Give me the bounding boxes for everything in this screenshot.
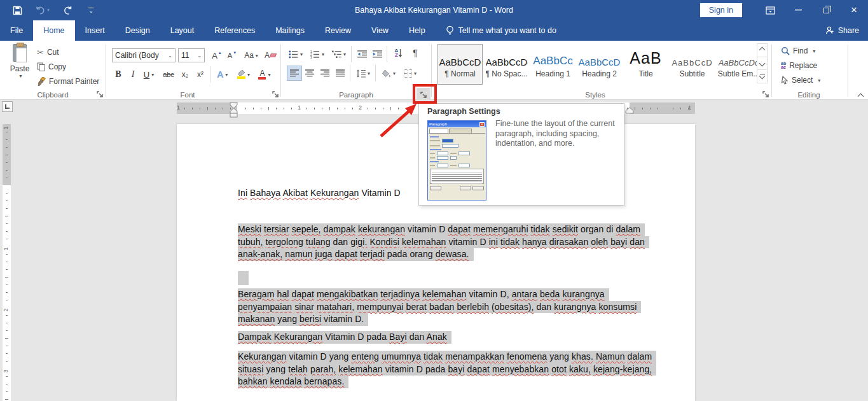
tab-mailings[interactable]: Mailings — [265, 20, 315, 41]
tab-design[interactable]: Design — [115, 20, 160, 41]
editing-group-label: Editing — [771, 91, 847, 99]
paragraph-group-label: Paragraph — [318, 91, 394, 99]
font-color-button[interactable]: A ▾ — [256, 67, 273, 81]
style-preview: AaBbCcDc — [719, 51, 759, 67]
tab-stop-selector[interactable] — [2, 101, 13, 112]
ruler-number: 1 — [688, 104, 691, 111]
style-title[interactable]: AaBTitle — [623, 44, 668, 85]
format-painter-brush-icon — [37, 77, 46, 86]
style-h1[interactable]: AaBbCcHeading 1 — [530, 44, 575, 85]
paste-clipboard-icon — [13, 44, 27, 62]
clipboard-dialog-launcher[interactable] — [95, 90, 104, 99]
font-size-combo[interactable]: 11⌄ — [178, 48, 205, 62]
sign-in-button[interactable]: Sign in — [700, 3, 742, 17]
multilevel-list-button[interactable]: ▾ — [329, 47, 348, 61]
ribbon-display-options-icon[interactable] — [756, 0, 784, 20]
tell-me-box[interactable]: Tell me what you want to do — [436, 20, 556, 41]
paragraph-dialog-thumbnail: Paragraph× — [427, 120, 486, 200]
tab-help[interactable]: Help — [399, 20, 436, 41]
ruler-number: 3 — [3, 369, 9, 372]
styles-scroll-down-icon[interactable] — [757, 57, 768, 71]
cut-button[interactable]: ✂ Cut — [37, 46, 59, 59]
tab-view[interactable]: View — [361, 20, 399, 41]
justify-button[interactable] — [333, 66, 347, 80]
styles-more-icon[interactable] — [757, 69, 768, 83]
bullets-icon — [289, 50, 298, 59]
vertical-ruler[interactable]: 1123 — [3, 124, 11, 401]
format-painter-button[interactable]: Format Painter — [37, 75, 99, 88]
doc-paragraph-3[interactable]: Kekurangan vitamin D yang enteng umumnya… — [238, 351, 656, 388]
tab-review[interactable]: Review — [315, 20, 361, 41]
subscript-button[interactable]: x₂ — [178, 67, 192, 81]
replace-button[interactable]: abac Replace — [781, 59, 817, 72]
tab-file[interactable]: File — [0, 20, 33, 41]
doc-paragraph-1[interactable]: Meski tersiar sepele, dampak kekurangan … — [238, 223, 649, 261]
tab-insert[interactable]: Insert — [75, 20, 115, 41]
superscript-button[interactable]: x² — [193, 67, 207, 81]
undo-icon[interactable]: ▾ — [32, 3, 53, 18]
doc-paragraph-2[interactable]: Beragam hal dapat mengakibatkan terjadin… — [238, 288, 641, 326]
font-name-combo[interactable]: Calibri (Body⌄ — [112, 48, 176, 62]
bold-button[interactable]: B — [112, 67, 125, 81]
font-color-red-bar — [258, 77, 266, 80]
copy-button[interactable]: Copy — [37, 60, 66, 73]
style-normal[interactable]: AaBbCcDc¶ Normal — [437, 44, 483, 85]
eraser-icon — [270, 53, 277, 57]
align-center-button[interactable] — [303, 66, 317, 80]
shading-button[interactable]: ▾ — [379, 66, 398, 80]
style-nospace[interactable]: AaBbCcDc¶ No Spac... — [484, 44, 529, 85]
paste-button[interactable]: Paste ▾ — [6, 44, 33, 91]
line-spacing-button[interactable]: ▾ — [354, 66, 373, 80]
borders-button[interactable]: ▾ — [401, 66, 420, 80]
close-icon[interactable]: × — [840, 0, 868, 20]
customize-qat-icon[interactable]: ⌄ — [83, 3, 99, 18]
doc-title[interactable]: Ini Bahaya Akibat Kekurangan Vitamin D — [238, 187, 401, 200]
right-indent-marker[interactable] — [625, 107, 634, 114]
text-highlight-button[interactable]: ▾ — [234, 67, 253, 81]
style-h2[interactable]: AaBbCcDHeading 2 — [577, 44, 622, 85]
decrease-indent-button[interactable] — [355, 47, 369, 61]
italic-button[interactable]: I — [127, 67, 139, 81]
clear-formatting-button[interactable]: A — [263, 48, 277, 62]
title-bar: ▾ ⌄ Bahaya Akibat Kekurangan Vitamin D -… — [0, 0, 868, 20]
align-right-button[interactable] — [318, 66, 332, 80]
svg-text:3: 3 — [310, 56, 312, 59]
align-left-button[interactable] — [287, 66, 301, 80]
style-preview: AaBbCcDc — [486, 51, 528, 67]
show-paragraph-marks-button[interactable]: ¶ — [408, 46, 422, 60]
style-name: Subtitle — [679, 69, 705, 78]
increase-indent-button[interactable] — [370, 47, 384, 61]
grow-font-button[interactable]: A▲ — [210, 48, 224, 62]
style-name: Title — [638, 69, 652, 78]
find-button[interactable]: Find▾ — [781, 45, 815, 57]
text-effects-button[interactable]: A▾ — [214, 67, 231, 81]
doc-empty-line[interactable] — [238, 271, 249, 285]
indent-markers[interactable] — [230, 102, 241, 118]
tab-references[interactable]: References — [204, 20, 265, 41]
select-button[interactable]: Select▾ — [781, 74, 820, 87]
underline-button[interactable]: U▾ — [140, 67, 158, 81]
numbering-button[interactable]: 123 ▾ — [308, 47, 327, 61]
sort-button[interactable]: A Z — [390, 46, 407, 60]
doc-heading[interactable]: Dampak Kekurangan Vitamin D pada Bayi da… — [238, 331, 451, 344]
styles-dialog-launcher[interactable] — [761, 90, 770, 99]
tab-home[interactable]: Home — [33, 20, 74, 41]
change-case-button[interactable]: Aa▾ — [242, 48, 261, 62]
save-icon[interactable] — [9, 3, 25, 18]
style-subtle[interactable]: AaBbCcDcSubtle Em... — [716, 44, 761, 85]
strikethrough-button[interactable]: abc — [160, 67, 177, 81]
restore-icon[interactable] — [812, 0, 840, 20]
replace-icon: abac — [781, 62, 786, 69]
style-name: Heading 2 — [582, 69, 617, 78]
tab-layout[interactable]: Layout — [160, 20, 205, 41]
bullets-button[interactable]: ▾ — [286, 47, 305, 61]
styles-scroll-up-icon[interactable] — [757, 43, 768, 57]
minimize-icon[interactable] — [784, 0, 812, 20]
ruler-number: 2 — [359, 104, 362, 111]
redo-icon[interactable] — [60, 3, 76, 18]
font-dialog-launcher[interactable] — [271, 90, 280, 99]
style-subtitle[interactable]: AaBbCcDSubtitle — [670, 44, 715, 85]
share-button[interactable]: Share — [825, 20, 859, 41]
shrink-font-button[interactable]: A▼ — [225, 48, 239, 62]
lightbulb-icon — [446, 25, 454, 36]
